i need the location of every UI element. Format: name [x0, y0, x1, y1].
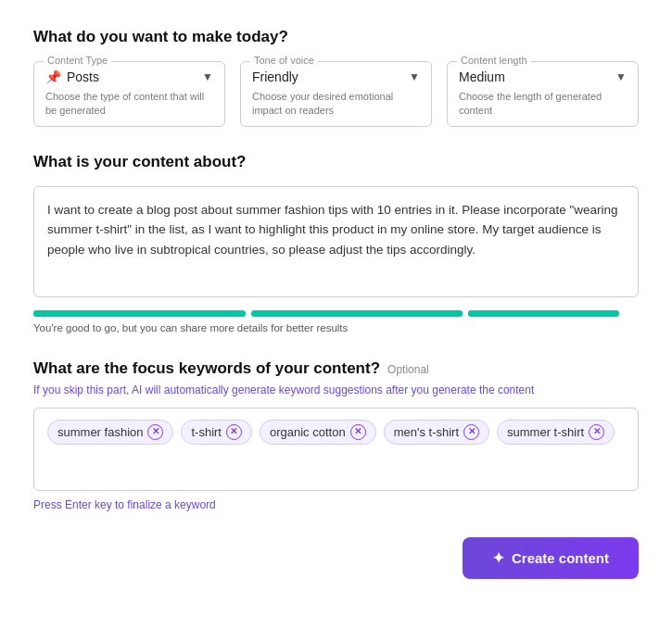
content-type-value[interactable]: 📌 Posts ▼: [45, 69, 213, 84]
keywords-subtext: If you skip this part, AI will automatic…: [33, 383, 639, 396]
keyword-tag: organic cotton✕: [260, 420, 376, 445]
create-button-label: Create content: [512, 550, 609, 566]
keywords-hint: Press Enter key to finalize a keyword: [33, 498, 639, 511]
content-type-text: Posts: [67, 69, 99, 84]
progress-container: You're good to go, but you can share mor…: [33, 310, 639, 333]
keyword-label: summer t-shirt: [507, 425, 584, 439]
keyword-remove-icon[interactable]: ✕: [589, 424, 604, 440]
chevron-down-icon-3: ▼: [615, 70, 627, 83]
keyword-remove-icon[interactable]: ✕: [350, 424, 366, 440]
tone-of-voice-text: Friendly: [252, 69, 298, 84]
content-type-label: Content Type: [44, 55, 111, 66]
keyword-tag: men's t-shirt✕: [384, 420, 489, 445]
chevron-down-icon-2: ▼: [409, 70, 420, 83]
progress-segment-3: [468, 310, 619, 317]
content-length-dropdown[interactable]: Content length Medium ▼ Choose the lengt…: [447, 61, 639, 127]
content-type-dropdown[interactable]: Content Type 📌 Posts ▼ Choose the type o…: [33, 61, 225, 127]
keywords-box[interactable]: summer fashion✕t-shirt✕organic cotton✕me…: [33, 408, 639, 491]
keyword-remove-icon[interactable]: ✕: [147, 424, 163, 440]
chevron-down-icon: ▼: [202, 70, 213, 83]
progress-segment-1: [33, 310, 246, 317]
keyword-label: t-shirt: [191, 425, 222, 439]
tone-of-voice-value[interactable]: Friendly ▼: [252, 69, 420, 84]
keywords-header: What are the focus keywords of your cont…: [33, 359, 639, 378]
progress-hint: You're good to go, but you can share mor…: [33, 322, 639, 333]
keyword-label: organic cotton: [270, 425, 346, 439]
content-length-text: Medium: [459, 69, 505, 84]
keyword-remove-icon[interactable]: ✕: [226, 424, 242, 440]
content-textarea[interactable]: I want to create a blog post about summe…: [33, 186, 639, 297]
create-content-button[interactable]: ✦ Create content: [463, 537, 639, 579]
content-length-value[interactable]: Medium ▼: [459, 69, 627, 84]
sparkle-icon: ✦: [492, 549, 504, 567]
keyword-label: men's t-shirt: [394, 425, 459, 439]
keyword-tag: summer fashion✕: [47, 420, 173, 445]
tone-of-voice-label: Tone of voice: [250, 55, 318, 66]
progress-segment-2: [251, 310, 463, 317]
tone-of-voice-dropdown[interactable]: Tone of voice Friendly ▼ Choose your des…: [240, 61, 432, 127]
keywords-title: What are the focus keywords of your cont…: [33, 359, 380, 378]
content-length-label: Content length: [457, 55, 531, 66]
create-btn-row: ✦ Create content: [33, 537, 639, 579]
keyword-tag: summer t-shirt✕: [497, 420, 615, 445]
page-title: What do you want to make today?: [33, 28, 639, 46]
progress-bar: [33, 310, 639, 317]
content-about-title: What is your content about?: [33, 153, 639, 171]
keyword-remove-icon[interactable]: ✕: [463, 424, 479, 440]
keyword-label: summer fashion: [57, 425, 143, 439]
pin-icon: 📌: [45, 69, 61, 84]
optional-badge: Optional: [387, 363, 429, 376]
content-length-hint: Choose the length of generated content: [459, 90, 627, 119]
dropdowns-row: Content Type 📌 Posts ▼ Choose the type o…: [33, 61, 639, 127]
content-type-hint: Choose the type of content that will be …: [45, 90, 213, 119]
tone-of-voice-hint: Choose your desired emotional impact on …: [252, 90, 420, 119]
keyword-tag: t-shirt✕: [181, 420, 252, 445]
